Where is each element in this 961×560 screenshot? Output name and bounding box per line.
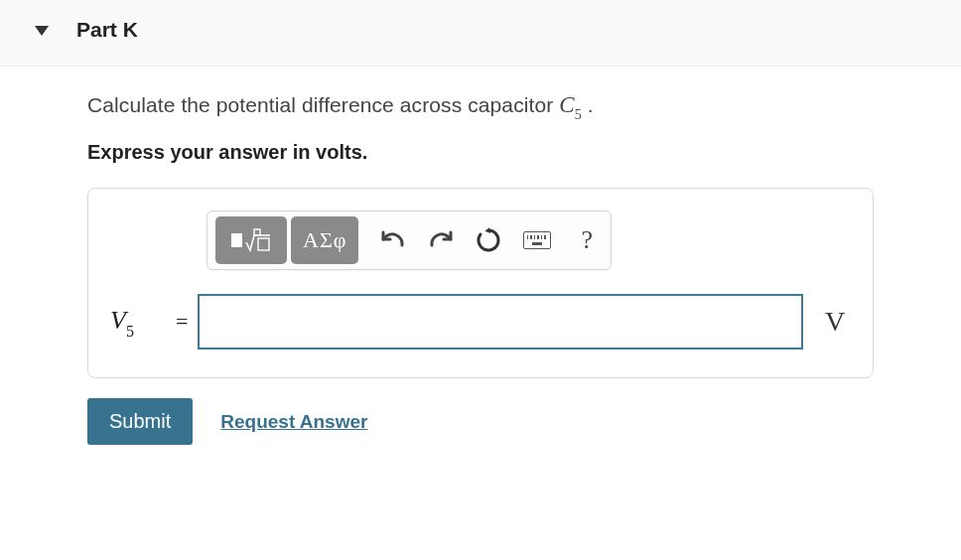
svg-rect-0 [254, 229, 260, 235]
answer-unit: V [825, 306, 851, 338]
submit-button[interactable]: Submit [87, 398, 193, 445]
root-icon [245, 228, 271, 252]
collapse-arrow-icon [35, 26, 49, 36]
equals-sign: = [176, 309, 188, 335]
answer-box: ΑΣφ [87, 188, 874, 378]
request-answer-link[interactable]: Request Answer [220, 411, 367, 433]
template-button[interactable] [215, 216, 287, 264]
svg-rect-1 [258, 238, 269, 250]
part-title: Part K [76, 18, 138, 42]
answer-variable: V5 [110, 306, 170, 339]
redo-icon [428, 229, 454, 251]
greek-letters-button[interactable]: ΑΣφ [291, 216, 358, 264]
question-subscript: 5 [575, 107, 582, 122]
question-text: Calculate the potential difference acros… [87, 92, 874, 121]
greek-icon: ΑΣφ [303, 227, 346, 253]
question-variable: C [559, 92, 574, 117]
keyboard-icon [523, 231, 551, 249]
keyboard-button[interactable] [513, 216, 561, 264]
help-button[interactable]: ? [571, 216, 603, 264]
instruction-text: Express your answer in volts. [87, 141, 874, 164]
content-area: Calculate the potential difference acros… [0, 67, 961, 445]
equation-toolbar: ΑΣφ [206, 210, 612, 270]
answer-var-letter: V [110, 306, 126, 335]
part-header[interactable]: Part K [0, 0, 961, 67]
answer-input[interactable] [198, 294, 803, 350]
undo-button[interactable] [370, 216, 416, 264]
question-prefix: Calculate the potential difference acros… [87, 93, 559, 116]
help-icon: ? [581, 225, 593, 255]
answer-input-row: V5 = V [110, 294, 851, 350]
undo-icon [380, 229, 406, 251]
answer-var-subscript: 5 [126, 323, 134, 340]
redo-button[interactable] [418, 216, 464, 264]
actions-row: Submit Request Answer [87, 398, 874, 445]
reset-button[interactable] [466, 216, 511, 264]
question-suffix: . [582, 93, 594, 116]
template-math-icon [227, 228, 275, 252]
reset-icon [476, 227, 501, 253]
